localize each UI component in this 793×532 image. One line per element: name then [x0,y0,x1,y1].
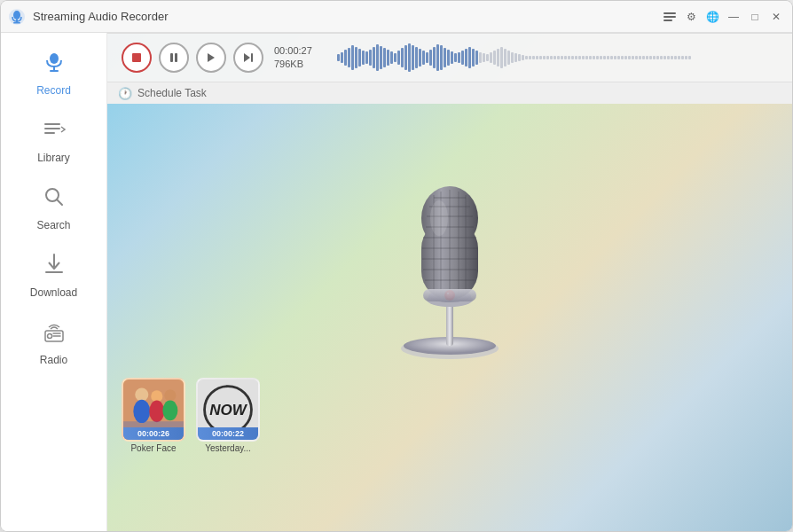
svg-rect-5 [53,66,55,70]
waveform-bar [610,56,613,59]
waveform-bar [490,52,492,63]
waveform-bar [617,56,620,59]
window-controls: ⚙ 🌐 — □ ✕ [661,8,785,26]
content-area: 00:00:26 Poker Face NOW 00:0 [107,33,792,531]
recording-size: 796KB [274,58,323,71]
waveform-bar [678,56,680,59]
sidebar-item-radio[interactable]: Radio [1,309,106,377]
web-button[interactable]: 🌐 [703,8,721,26]
sidebar-item-library[interactable]: Library [1,107,106,175]
skip-button[interactable] [233,43,263,73]
waveform-bar [614,56,616,59]
close-button[interactable]: ✕ [767,8,785,26]
waveform-bar [444,48,446,67]
radio-label: Radio [40,354,67,366]
waveform-bar [504,49,506,66]
waveform-bar [685,56,687,59]
waveform-bar [514,53,517,62]
recording-item-yesterday[interactable]: NOW 00:00:22 Yesterday... [196,378,260,453]
waveform-bar [543,56,546,59]
waveform-bar [539,56,542,59]
svg-marker-58 [208,53,215,62]
waveform-display [337,43,778,73]
waveform-bar [511,52,514,63]
svg-rect-6 [50,70,59,72]
waveform-bar [461,51,464,65]
waveform-bar [440,45,443,70]
svg-rect-56 [170,53,173,62]
waveform-bar [426,52,428,63]
recording-item-poker-face[interactable]: 00:00:26 Poker Face [122,378,185,453]
recording-thumb-poker-face: 00:00:26 [122,378,185,442]
svg-rect-43 [423,289,476,301]
sidebar-item-record[interactable]: Record [1,40,106,107]
waveform-bar [536,56,538,59]
svg-rect-3 [13,22,20,24]
svg-point-39 [430,200,448,236]
waveform-bar [628,56,631,59]
waveform-bar [454,53,457,62]
waveform-bar [447,50,450,66]
waveform-bar [550,56,553,59]
menu-line-1 [663,12,676,14]
waveform-bar [376,44,379,71]
waveform-bar [525,56,528,59]
waveform-bar [380,46,382,69]
recording-time: 00:00:27 [274,44,323,58]
svg-point-49 [164,389,176,401]
hamburger-menu-button[interactable] [661,10,679,24]
waveform-bar [412,45,414,70]
waveform-bar [419,49,421,66]
waveform-bar [341,52,343,63]
settings-button[interactable]: ⚙ [682,8,700,26]
maximize-button[interactable]: □ [746,8,764,26]
waveform-bar [351,45,354,70]
waveform-bar [589,56,592,59]
waveform-bar [571,56,574,59]
waveform-bar [373,47,375,68]
waveform-bar [596,56,599,59]
waveform-bar [663,56,666,59]
sidebar-item-download[interactable]: Download [1,242,106,309]
waveform-bar [507,51,510,65]
svg-point-15 [47,334,51,339]
waveform-bar [362,51,365,65]
time-info: 00:00:27 796KB [274,44,323,72]
waveform-bar [575,56,577,59]
waveform-bar [369,50,372,66]
schedule-bar: 🕐 Schedule Task [107,82,792,104]
library-label: Library [37,152,70,164]
recording-time-badge-poker-face: 00:00:26 [123,427,184,440]
waveform-bar [667,56,670,59]
waveform-bar [557,56,560,59]
waveform-bar [578,56,581,59]
sidebar-item-search[interactable]: Search [1,175,106,242]
svg-rect-55 [132,53,141,62]
schedule-label: Schedule Task [137,87,207,99]
waveform-bar [564,56,567,59]
recording-time-badge-yesterday: 00:00:22 [198,427,258,440]
clock-icon: 🕐 [118,87,132,100]
waveform-bar [642,56,645,59]
waveform-bar [624,56,627,59]
pause-button[interactable] [159,43,189,73]
stop-button[interactable] [122,43,152,73]
menu-line-3 [663,20,672,21]
minimize-button[interactable]: — [725,8,742,26]
waveform-bar [390,51,393,64]
waveform-bar [546,56,549,59]
waveform-bar [671,56,673,59]
waveform-bar [397,51,400,65]
waveform-bar [472,49,475,66]
svg-line-11 [57,200,62,205]
waveform-bar [348,48,350,67]
waveform-bar [415,47,418,68]
waveform-bar [436,44,439,71]
sidebar: Record Library [1,33,107,531]
recording-name-poker-face: Poker Face [130,443,176,453]
waveform-bar [358,49,361,66]
svg-point-45 [135,387,148,401]
waveform-bar [383,48,386,67]
recording-name-yesterday: Yesterday... [205,443,251,453]
play-button[interactable] [196,43,226,73]
